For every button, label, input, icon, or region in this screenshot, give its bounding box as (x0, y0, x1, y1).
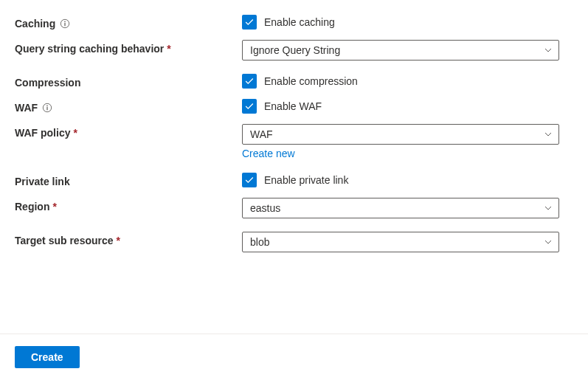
dropdown-region[interactable]: eastus (242, 198, 559, 218)
info-icon[interactable] (60, 18, 70, 29)
row-waf-policy: WAF policy * WAF Create new (15, 124, 573, 159)
checkbox-compression[interactable] (242, 74, 257, 89)
dropdown-waf-policy[interactable]: WAF (242, 124, 559, 145)
form-area: Caching Enable caching Query string cach… (0, 0, 588, 252)
dropdown-query-string[interactable]: Ignore Query String (242, 40, 559, 61)
label-query-string: Query string caching behavior * (15, 40, 242, 55)
label-waf-text: WAF (15, 102, 38, 114)
info-icon[interactable] (42, 103, 52, 113)
svg-rect-2 (65, 23, 66, 26)
svg-rect-5 (46, 107, 47, 110)
row-private-link: Private link Enable private link (15, 173, 573, 187)
label-private-link-text: Private link (15, 176, 70, 187)
required-marker: * (167, 43, 170, 55)
checkbox-waf[interactable] (242, 99, 257, 114)
svg-point-1 (64, 21, 66, 23)
chevron-down-icon (544, 130, 553, 139)
label-region: Region * (15, 198, 242, 213)
control-waf-policy: WAF Create new (242, 124, 559, 159)
row-query-string: Query string caching behavior * Ignore Q… (15, 40, 573, 61)
chevron-down-icon (544, 238, 553, 246)
control-waf: Enable WAF (242, 99, 559, 114)
label-target-sub-text: Target sub resource (15, 235, 114, 246)
control-caching: Enable caching (242, 15, 559, 30)
control-query-string: Ignore Query String (242, 40, 559, 61)
required-marker: * (52, 201, 56, 213)
checkbox-private-link-label: Enable private link (264, 174, 348, 186)
checkbox-wrap-caching: Enable caching (242, 15, 559, 30)
checkbox-compression-label: Enable compression (264, 75, 358, 87)
required-marker: * (117, 235, 120, 246)
label-waf-policy-text: WAF policy (15, 127, 70, 139)
checkbox-wrap-private-link: Enable private link (242, 173, 559, 187)
label-target-sub: Target sub resource * (15, 232, 242, 246)
checkbox-private-link[interactable] (242, 173, 257, 187)
label-compression: Compression (15, 74, 242, 89)
label-caching: Caching (15, 15, 242, 30)
label-waf: WAF (15, 99, 242, 114)
row-waf: WAF Enable WAF (15, 99, 573, 114)
label-private-link: Private link (15, 173, 242, 187)
link-create-new[interactable]: Create new (242, 148, 295, 159)
create-button[interactable]: Create (15, 346, 80, 368)
label-query-string-text: Query string caching behavior (15, 43, 164, 55)
label-region-text: Region (15, 201, 49, 213)
dropdown-region-value: eastus (250, 202, 280, 214)
chevron-down-icon (544, 46, 553, 55)
row-target-sub: Target sub resource * blob (15, 232, 573, 252)
control-region: eastus (242, 198, 559, 218)
checkbox-waf-label: Enable WAF (264, 100, 322, 112)
dropdown-waf-policy-value: WAF (250, 128, 273, 140)
required-marker: * (73, 127, 77, 139)
checkbox-wrap-waf: Enable WAF (242, 99, 559, 114)
checkbox-caching[interactable] (242, 15, 257, 30)
row-region: Region * eastus (15, 198, 573, 218)
control-private-link: Enable private link (242, 173, 559, 187)
svg-point-4 (46, 106, 48, 107)
label-caching-text: Caching (15, 18, 55, 30)
dropdown-query-string-value: Ignore Query String (250, 44, 340, 56)
dropdown-target-sub-value: blob (250, 236, 269, 248)
dropdown-target-sub[interactable]: blob (242, 232, 559, 252)
checkbox-caching-label: Enable caching (264, 16, 335, 28)
footer: Create (0, 334, 588, 380)
chevron-down-icon (544, 204, 553, 213)
control-target-sub: blob (242, 232, 559, 252)
row-compression: Compression Enable compression (15, 74, 573, 89)
checkbox-wrap-compression: Enable compression (242, 74, 559, 89)
label-waf-policy: WAF policy * (15, 124, 242, 139)
control-compression: Enable compression (242, 74, 559, 89)
row-caching: Caching Enable caching (15, 15, 573, 30)
label-compression-text: Compression (15, 77, 80, 89)
